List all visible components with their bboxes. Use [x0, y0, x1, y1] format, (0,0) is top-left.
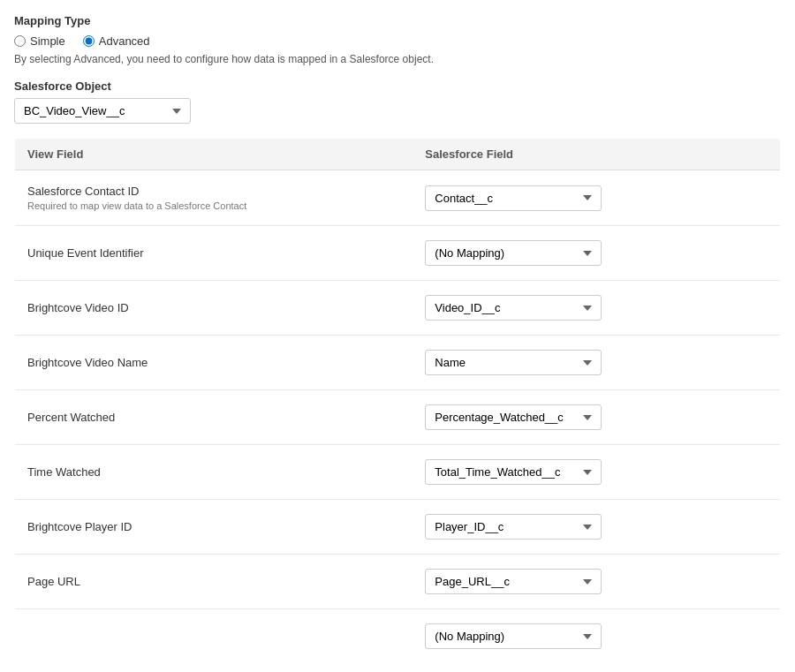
view-field-header: View Field: [15, 139, 413, 170]
table-header: View Field Salesforce Field: [15, 139, 781, 170]
view-field-name: Brightcove Video ID: [27, 301, 400, 314]
advanced-radio-option[interactable]: Advanced: [83, 34, 150, 48]
sf-field-cell: Page_URL__c: [413, 555, 780, 609]
sf-field-cell: Video_ID__c: [413, 281, 780, 336]
sf-field-select[interactable]: (No Mapping): [425, 623, 602, 649]
table-row: Salesforce Contact IDRequired to map vie…: [15, 170, 781, 226]
sf-field-cell: Contact__c: [413, 170, 780, 226]
table-row: Page URLPage_URL__c: [15, 555, 781, 609]
view-field-cell: Time Watched: [15, 445, 413, 500]
sf-field-select[interactable]: Player_ID__c: [425, 514, 602, 540]
advanced-radio[interactable]: [83, 35, 95, 47]
sf-field-cell: (No Mapping): [413, 226, 780, 281]
table-row: Brightcove Player IDPlayer_ID__c: [15, 500, 781, 555]
sf-field-cell: Name: [413, 336, 780, 390]
sf-field-select[interactable]: Name: [425, 350, 602, 375]
salesforce-object-section: Salesforce Object BC_Video_View__c: [14, 79, 781, 124]
sf-field-header: Salesforce Field: [413, 139, 780, 170]
view-field-name: Percent Watched: [27, 411, 400, 424]
mapping-type-label: Mapping Type: [14, 14, 781, 27]
view-field-name: Page URL: [27, 575, 400, 588]
view-field-name: Salesforce Contact ID: [27, 185, 400, 198]
sf-field-select[interactable]: Page_URL__c: [425, 569, 602, 594]
sf-field-select[interactable]: Contact__c: [425, 185, 602, 211]
table-row: Time WatchedTotal_Time_Watched__c: [15, 445, 781, 500]
simple-radio[interactable]: [14, 35, 26, 47]
sf-field-cell: Percentage_Watched__c: [413, 390, 780, 445]
table-row: Brightcove Video IDVideo_ID__c: [15, 281, 781, 336]
radio-group: Simple Advanced: [14, 34, 781, 48]
advanced-label: Advanced: [99, 34, 150, 48]
sf-field-cell: Total_Time_Watched__c: [413, 445, 780, 500]
view-field-cell: Brightcove Video Name: [15, 336, 413, 390]
view-field-cell: Page URL: [15, 555, 413, 609]
view-field-cell: Brightcove Player ID: [15, 500, 413, 555]
view-field-desc: Required to map view data to a Salesforc…: [27, 200, 400, 211]
view-field-cell: Percent Watched: [15, 390, 413, 445]
mapping-type-description: By selecting Advanced, you need to confi…: [14, 53, 781, 65]
table-body: Salesforce Contact IDRequired to map vie…: [15, 170, 781, 664]
table-row: Unique Event Identifier(No Mapping): [15, 226, 781, 281]
sf-object-label: Salesforce Object: [14, 79, 781, 93]
view-field-name: Time Watched: [27, 465, 400, 479]
sf-field-select[interactable]: Video_ID__c: [425, 295, 602, 321]
view-field-name: Brightcove Video Name: [27, 356, 400, 369]
header-row: View Field Salesforce Field: [15, 139, 781, 170]
sf-field-select[interactable]: Percentage_Watched__c: [425, 404, 602, 430]
sf-object-select[interactable]: BC_Video_View__c: [14, 98, 191, 124]
simple-label: Simple: [30, 34, 65, 48]
table-row: Brightcove Video NameName: [15, 336, 781, 390]
simple-radio-option[interactable]: Simple: [14, 34, 65, 48]
table-row: Percent WatchedPercentage_Watched__c: [15, 390, 781, 445]
view-field-cell: Salesforce Contact IDRequired to map vie…: [15, 170, 413, 226]
sf-field-select[interactable]: (No Mapping): [425, 240, 602, 266]
view-field-name: Brightcove Player ID: [27, 520, 400, 533]
view-field-cell: Unique Event Identifier: [15, 226, 413, 281]
table-row: (No Mapping): [15, 609, 781, 664]
view-field-name: Unique Event Identifier: [27, 246, 400, 260]
sf-field-select[interactable]: Total_Time_Watched__c: [425, 459, 602, 485]
mapping-type-section: Mapping Type Simple Advanced By selectin…: [14, 14, 781, 65]
sf-field-cell: Player_ID__c: [413, 500, 780, 555]
view-field-cell: Brightcove Video ID: [15, 281, 413, 336]
sf-field-cell: (No Mapping): [413, 609, 780, 664]
mapping-table: View Field Salesforce Field Salesforce C…: [14, 138, 781, 664]
view-field-cell: [15, 609, 413, 664]
